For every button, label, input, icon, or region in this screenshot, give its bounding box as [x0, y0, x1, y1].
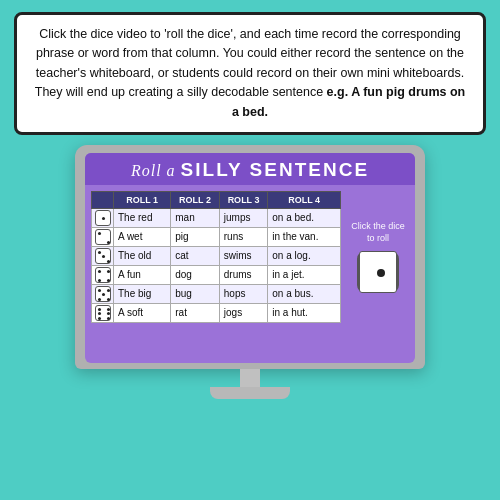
- table-row: A fundogdrumsin a jet.: [92, 265, 341, 284]
- table-cell-col1: The big: [114, 284, 171, 303]
- col-header-roll4: ROLL 4: [268, 191, 341, 208]
- side-panel: Click the dice to roll: [347, 191, 409, 323]
- table-cell-col2: bug: [171, 284, 220, 303]
- sentence-table: ROLL 1 ROLL 2 ROLL 3 ROLL 4 The redmanju…: [91, 191, 341, 323]
- dice-cell: [92, 284, 114, 303]
- table-cell-col1: The red: [114, 208, 171, 227]
- table-cell-col3: drums: [219, 265, 268, 284]
- monitor-wrapper: Roll a SILLY SENTENCE ROLL 1 ROLL 2 ROLL…: [75, 145, 425, 399]
- table-cell-col4: on a log.: [268, 246, 341, 265]
- big-dice[interactable]: [357, 251, 399, 293]
- monitor-screen: Roll a SILLY SENTENCE ROLL 1 ROLL 2 ROLL…: [85, 153, 415, 363]
- table-cell-col1: The old: [114, 246, 171, 265]
- dice-cell: [92, 227, 114, 246]
- dice-cell: [92, 246, 114, 265]
- table-cell-col3: jogs: [219, 303, 268, 322]
- screen-body: ROLL 1 ROLL 2 ROLL 3 ROLL 4 The redmanju…: [85, 185, 415, 329]
- table-cell-col2: man: [171, 208, 220, 227]
- table-row: A wetpigrunsin the van.: [92, 227, 341, 246]
- col-header-roll1: ROLL 1: [114, 191, 171, 208]
- table-area: ROLL 1 ROLL 2 ROLL 3 ROLL 4 The redmanju…: [91, 191, 341, 323]
- title-prefix: Roll a: [131, 162, 181, 179]
- table-cell-col1: A wet: [114, 227, 171, 246]
- table-cell-col3: swims: [219, 246, 268, 265]
- table-cell-col1: A fun: [114, 265, 171, 284]
- col-header-roll3: ROLL 3: [219, 191, 268, 208]
- table-cell-col1: A soft: [114, 303, 171, 322]
- dice-cell: [92, 303, 114, 322]
- table-cell-col2: cat: [171, 246, 220, 265]
- table-cell-col2: pig: [171, 227, 220, 246]
- table-row: The oldcatswimson a log.: [92, 246, 341, 265]
- monitor-neck: [240, 369, 260, 387]
- table-cell-col2: dog: [171, 265, 220, 284]
- col-header-dice: [92, 191, 114, 208]
- table-cell-col3: hops: [219, 284, 268, 303]
- table-cell-col2: rat: [171, 303, 220, 322]
- table-cell-col3: jumps: [219, 208, 268, 227]
- table-cell-col3: runs: [219, 227, 268, 246]
- table-cell-col4: on a bus.: [268, 284, 341, 303]
- click-dice-label: Click the dice to roll: [347, 221, 409, 244]
- monitor-base: [210, 387, 290, 399]
- table-row: A softratjogsin a hut.: [92, 303, 341, 322]
- table-cell-col4: on a bed.: [268, 208, 341, 227]
- dice-cell: [92, 265, 114, 284]
- title-main: SILLY SENTENCE: [181, 159, 370, 180]
- table-cell-col4: in a jet.: [268, 265, 341, 284]
- table-row: The bigbughopson a bus.: [92, 284, 341, 303]
- col-header-roll2: ROLL 2: [171, 191, 220, 208]
- monitor-bezel: Roll a SILLY SENTENCE ROLL 1 ROLL 2 ROLL…: [75, 145, 425, 369]
- table-cell-col4: in a hut.: [268, 303, 341, 322]
- dice-cell: [92, 208, 114, 227]
- table-row: The redmanjumpson a bed.: [92, 208, 341, 227]
- table-cell-col4: in the van.: [268, 227, 341, 246]
- instruction-card: Click the dice video to 'roll the dice',…: [14, 12, 486, 135]
- screen-title: Roll a SILLY SENTENCE: [85, 153, 415, 185]
